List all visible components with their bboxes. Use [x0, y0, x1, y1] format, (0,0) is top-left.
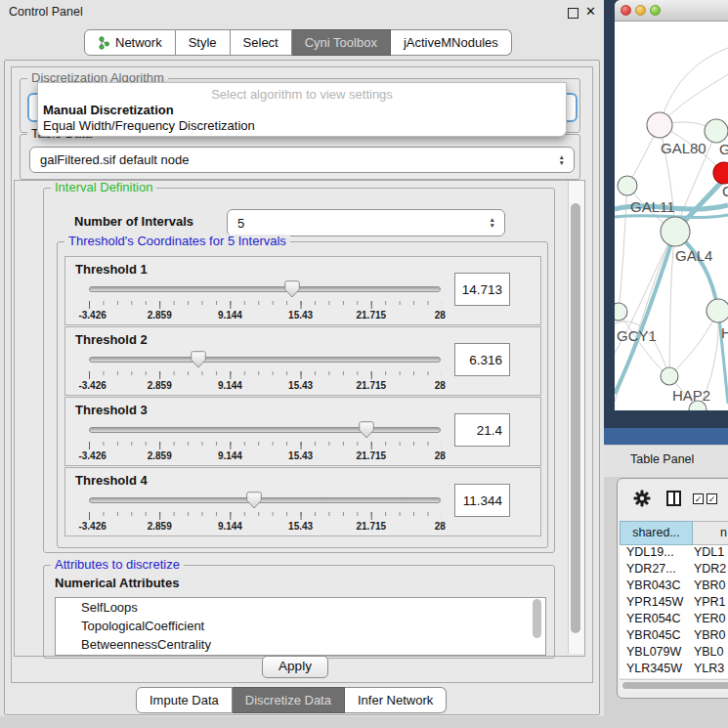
algorithm-dropdown-popup: Select algorithm to view settings Manual…	[37, 82, 567, 137]
select-all-columns-icon[interactable]: ✓	[707, 493, 717, 504]
node-label: GAL4	[675, 247, 712, 264]
slider-thumb[interactable]	[191, 351, 206, 368]
tab-select[interactable]: Select	[231, 29, 292, 56]
table-row[interactable]: YBR045CYBR0	[620, 628, 728, 645]
tick-label: 15.43	[288, 521, 313, 532]
table-panel-title: Table Panel	[630, 452, 694, 466]
node-red-selected[interactable]	[713, 162, 728, 184]
tick-label: -3.426	[78, 310, 106, 321]
tab-label: jActiveMNodules	[404, 30, 498, 55]
gear-icon[interactable]	[633, 490, 651, 507]
table-row[interactable]: YBL079WYBL0	[620, 645, 728, 662]
tab-discretize-data[interactable]: Discretize Data	[233, 687, 345, 713]
network-canvas[interactable]: GAL80 GA GAL11 C GAL4 GCY1 H HAP2	[615, 21, 728, 410]
slider-thumb[interactable]	[284, 280, 300, 298]
numerical-attributes-label: Numerical Attributes	[55, 576, 179, 590]
dropdown-item-equal-width[interactable]: Equal Width/Frequency Discretization	[38, 118, 566, 134]
threshold-value-field[interactable]: 21.4	[454, 413, 510, 447]
threshold-value-field[interactable]: 11.344	[454, 484, 510, 517]
table-row[interactable]: YPR145WYPR1	[620, 595, 728, 612]
list-scrollbar-thumb[interactable]	[533, 599, 541, 638]
tab-label: Select	[243, 30, 278, 55]
network-window-titlebar[interactable]	[615, 0, 728, 21]
tick-label: 21.715	[357, 521, 387, 532]
table-row[interactable]: YER054CYER0	[620, 612, 728, 628]
slider-track[interactable]	[89, 357, 441, 363]
table-panel-window: ✓ ✓ shared... n YDL19...YDL1 YDR27...YDR…	[617, 478, 728, 699]
threshold-label: Threshold 2	[75, 332, 148, 347]
slider-track[interactable]	[89, 497, 441, 503]
table-rows: YDL19...YDL1 YDR27...YDR2 YBR043CYBR0 YP…	[620, 545, 728, 678]
tab-label: Network	[115, 30, 162, 55]
slider-thumb[interactable]	[246, 492, 262, 509]
list-item[interactable]: BetweennessCentrality	[56, 635, 545, 654]
threshold-label: Threshold 1	[75, 262, 148, 277]
horizontal-scrollbar-thumb[interactable]	[622, 682, 728, 689]
node-gal80[interactable]	[647, 112, 672, 138]
select-columns-icon[interactable]: ✓	[693, 493, 704, 504]
split-table-icon[interactable]	[666, 491, 681, 506]
tab-infer-network[interactable]: Infer Network	[345, 687, 447, 713]
apply-button[interactable]: Apply	[262, 656, 328, 678]
tab-label: Discretize Data	[245, 688, 331, 712]
top-tab-bar: Network Style Select Cyni Toolbox jActiv…	[84, 29, 512, 56]
tick-label: 2.859	[148, 521, 172, 532]
node-hap2[interactable]	[661, 367, 678, 385]
close-panel-icon[interactable]: ✕	[585, 4, 596, 19]
num-intervals-combo[interactable]: 5 ▲▼	[227, 209, 505, 236]
node-top-right[interactable]	[705, 119, 728, 143]
num-intervals-value: 5	[228, 216, 490, 231]
tab-impute-data[interactable]: Impute Data	[136, 687, 233, 713]
table-row[interactable]: YDL19...YDL1	[620, 545, 728, 562]
node-gal11[interactable]	[618, 176, 637, 195]
threshold-value-field[interactable]: 14.713	[454, 273, 510, 306]
node-right-mid[interactable]	[707, 299, 728, 322]
tick-label: -3.426	[78, 521, 106, 532]
list-item[interactable]: TopologicalCoefficient	[56, 617, 545, 635]
network-desktop-background-lower	[604, 428, 728, 445]
vertical-scrollbar-thumb[interactable]	[571, 203, 580, 633]
tick-label: 28	[435, 380, 446, 391]
tick-label: 28	[435, 310, 446, 321]
node-gcy1[interactable]	[615, 303, 627, 321]
column-header-name[interactable]: n	[693, 521, 728, 545]
num-intervals-label: Number of Intervals	[74, 214, 193, 229]
threshold-slider-2[interactable]	[89, 351, 441, 368]
float-panel-icon[interactable]	[568, 8, 578, 19]
dropdown-item-manual[interactable]: Manual Discretization	[38, 103, 566, 118]
threshold-slider-4[interactable]	[89, 492, 441, 509]
slider-track[interactable]	[89, 427, 441, 433]
slider-track[interactable]	[89, 286, 441, 292]
column-header-shared-name[interactable]: shared...	[620, 521, 693, 545]
threshold-value-field[interactable]: 6.316	[454, 343, 510, 376]
node-label: GAL11	[630, 198, 675, 215]
tab-cyni-toolbox[interactable]: Cyni Toolbox	[292, 29, 391, 56]
slider-thumb[interactable]	[359, 421, 374, 439]
table-row[interactable]: YBR043CYBR0	[620, 578, 728, 595]
table-row[interactable]: YLR345WYLR3	[620, 662, 728, 678]
tab-label: Impute Data	[150, 688, 219, 712]
tick-label: 9.144	[218, 521, 242, 532]
tick-label: 9.144	[218, 380, 242, 391]
tick-label: 15.43	[288, 450, 313, 461]
table-data-combo[interactable]: galFiltered.sif default node ▲▼	[29, 147, 575, 173]
node-gal4[interactable]	[661, 217, 690, 246]
threshold-slider-1[interactable]	[89, 280, 441, 298]
close-window-icon[interactable]	[621, 5, 631, 16]
tab-label: Style	[189, 30, 217, 55]
attributes-list[interactable]: SelfLoops TopologicalCoefficient Between…	[55, 597, 546, 656]
tab-style[interactable]: Style	[176, 29, 231, 56]
tick-label: -3.426	[78, 380, 106, 391]
tab-network[interactable]: Network	[84, 29, 176, 56]
horizontal-scrollbar[interactable]	[620, 679, 728, 691]
tick-label: 2.859	[148, 380, 172, 391]
tick-label: 21.715	[357, 450, 387, 461]
tab-jactivemnodules[interactable]: jActiveMNodules	[391, 29, 512, 56]
zoom-window-icon[interactable]	[650, 5, 661, 16]
threshold-slider-3[interactable]	[89, 421, 441, 439]
table-row[interactable]: YDR27...YDR2	[620, 562, 728, 578]
list-item[interactable]: SelfLoops	[56, 598, 545, 617]
minimize-window-icon[interactable]	[635, 5, 646, 16]
tick-label: 9.144	[218, 310, 242, 321]
node-label: GAL80	[661, 140, 707, 156]
